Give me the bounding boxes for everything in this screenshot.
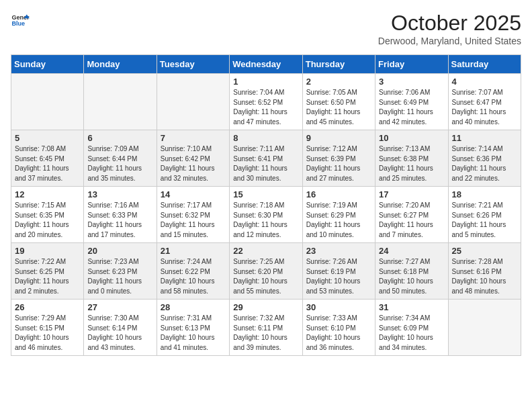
- day-number: 30: [306, 302, 371, 312]
- calendar-week-row: 12Sunrise: 7:15 AM Sunset: 6:35 PM Dayli…: [11, 187, 521, 243]
- calendar-day-cell: 11Sunrise: 7:14 AM Sunset: 6:36 PM Dayli…: [448, 130, 521, 187]
- month-title: October 2025: [378, 11, 521, 36]
- day-info: Sunrise: 7:08 AM Sunset: 6:45 PM Dayligh…: [15, 144, 80, 183]
- calendar-day-cell: [157, 74, 229, 130]
- calendar-day-cell: 28Sunrise: 7:31 AM Sunset: 6:13 PM Dayli…: [157, 300, 229, 356]
- calendar-day-cell: 27Sunrise: 7:30 AM Sunset: 6:14 PM Dayli…: [84, 300, 157, 356]
- day-info: Sunrise: 7:13 AM Sunset: 6:38 PM Dayligh…: [379, 144, 444, 183]
- calendar-day-cell: 1Sunrise: 7:04 AM Sunset: 6:52 PM Daylig…: [230, 74, 302, 130]
- day-info: Sunrise: 7:32 AM Sunset: 6:11 PM Dayligh…: [233, 314, 298, 353]
- calendar-day-cell: 24Sunrise: 7:27 AM Sunset: 6:18 PM Dayli…: [375, 243, 448, 300]
- calendar-day-cell: 9Sunrise: 7:12 AM Sunset: 6:39 PM Daylig…: [302, 130, 375, 187]
- day-number: 10: [379, 133, 444, 143]
- calendar-day-cell: 3Sunrise: 7:06 AM Sunset: 6:49 PM Daylig…: [375, 74, 448, 130]
- day-number: 15: [233, 189, 298, 199]
- day-number: 22: [233, 246, 298, 256]
- calendar-day-cell: 14Sunrise: 7:17 AM Sunset: 6:32 PM Dayli…: [157, 187, 229, 243]
- calendar-day-cell: 22Sunrise: 7:25 AM Sunset: 6:20 PM Dayli…: [230, 243, 302, 300]
- calendar-day-cell: 15Sunrise: 7:18 AM Sunset: 6:30 PM Dayli…: [230, 187, 302, 243]
- calendar-day-cell: 18Sunrise: 7:21 AM Sunset: 6:26 PM Dayli…: [448, 187, 521, 243]
- location-subtitle: Derwood, Maryland, United States: [378, 36, 521, 46]
- calendar-header-row: SundayMondayTuesdayWednesdayThursdayFrid…: [11, 55, 521, 74]
- day-number: 14: [161, 189, 226, 199]
- day-info: Sunrise: 7:14 AM Sunset: 6:36 PM Dayligh…: [452, 144, 517, 183]
- day-info: Sunrise: 7:23 AM Sunset: 6:23 PM Dayligh…: [87, 257, 152, 296]
- day-info: Sunrise: 7:20 AM Sunset: 6:27 PM Dayligh…: [379, 201, 444, 240]
- day-info: Sunrise: 7:21 AM Sunset: 6:26 PM Dayligh…: [452, 201, 517, 240]
- day-info: Sunrise: 7:26 AM Sunset: 6:19 PM Dayligh…: [306, 257, 371, 296]
- day-info: Sunrise: 7:07 AM Sunset: 6:47 PM Dayligh…: [452, 88, 517, 127]
- calendar-day-cell: 23Sunrise: 7:26 AM Sunset: 6:19 PM Dayli…: [302, 243, 375, 300]
- day-info: Sunrise: 7:10 AM Sunset: 6:42 PM Dayligh…: [161, 144, 226, 183]
- day-info: Sunrise: 7:16 AM Sunset: 6:33 PM Dayligh…: [87, 201, 152, 240]
- calendar-day-cell: 13Sunrise: 7:16 AM Sunset: 6:33 PM Dayli…: [84, 187, 157, 243]
- day-number: 1: [233, 77, 298, 87]
- day-info: Sunrise: 7:27 AM Sunset: 6:18 PM Dayligh…: [379, 257, 444, 296]
- calendar-day-cell: 6Sunrise: 7:09 AM Sunset: 6:44 PM Daylig…: [84, 130, 157, 187]
- day-number: 27: [87, 302, 152, 312]
- day-info: Sunrise: 7:33 AM Sunset: 6:10 PM Dayligh…: [306, 314, 371, 353]
- day-number: 16: [306, 189, 371, 199]
- day-number: 2: [306, 77, 371, 87]
- day-info: Sunrise: 7:24 AM Sunset: 6:22 PM Dayligh…: [161, 257, 226, 296]
- day-info: Sunrise: 7:15 AM Sunset: 6:35 PM Dayligh…: [15, 201, 80, 240]
- calendar-day-cell: 7Sunrise: 7:10 AM Sunset: 6:42 PM Daylig…: [157, 130, 229, 187]
- calendar-day-cell: 5Sunrise: 7:08 AM Sunset: 6:45 PM Daylig…: [11, 130, 84, 187]
- day-info: Sunrise: 7:19 AM Sunset: 6:29 PM Dayligh…: [306, 201, 371, 240]
- day-number: 23: [306, 246, 371, 256]
- day-number: 9: [306, 133, 371, 143]
- day-info: Sunrise: 7:22 AM Sunset: 6:25 PM Dayligh…: [15, 257, 80, 296]
- calendar-week-row: 26Sunrise: 7:29 AM Sunset: 6:15 PM Dayli…: [11, 300, 521, 356]
- calendar-day-cell: 20Sunrise: 7:23 AM Sunset: 6:23 PM Dayli…: [84, 243, 157, 300]
- day-number: 8: [233, 133, 298, 143]
- day-info: Sunrise: 7:12 AM Sunset: 6:39 PM Dayligh…: [306, 144, 371, 183]
- calendar-week-row: 1Sunrise: 7:04 AM Sunset: 6:52 PM Daylig…: [11, 74, 521, 130]
- calendar-week-row: 19Sunrise: 7:22 AM Sunset: 6:25 PM Dayli…: [11, 243, 521, 300]
- calendar-table: SundayMondayTuesdayWednesdayThursdayFrid…: [11, 54, 521, 356]
- page-header: General Blue October 2025 Derwood, Maryl…: [11, 11, 521, 46]
- calendar-day-cell: 26Sunrise: 7:29 AM Sunset: 6:15 PM Dayli…: [11, 300, 84, 356]
- day-number: 6: [87, 133, 152, 143]
- day-number: 21: [161, 246, 226, 256]
- day-number: 20: [87, 246, 152, 256]
- calendar-day-cell: 29Sunrise: 7:32 AM Sunset: 6:11 PM Dayli…: [230, 300, 302, 356]
- calendar-day-cell: 2Sunrise: 7:05 AM Sunset: 6:50 PM Daylig…: [302, 74, 375, 130]
- calendar-day-cell: 19Sunrise: 7:22 AM Sunset: 6:25 PM Dayli…: [11, 243, 84, 300]
- day-number: 31: [379, 302, 444, 312]
- column-header-tuesday: Tuesday: [157, 55, 229, 74]
- calendar-day-cell: 30Sunrise: 7:33 AM Sunset: 6:10 PM Dayli…: [302, 300, 375, 356]
- day-number: 3: [379, 77, 444, 87]
- day-info: Sunrise: 7:18 AM Sunset: 6:30 PM Dayligh…: [233, 201, 298, 240]
- column-header-thursday: Thursday: [302, 55, 375, 74]
- day-info: Sunrise: 7:28 AM Sunset: 6:16 PM Dayligh…: [452, 257, 517, 296]
- day-info: Sunrise: 7:29 AM Sunset: 6:15 PM Dayligh…: [15, 314, 80, 353]
- logo: General Blue: [11, 11, 30, 30]
- title-area: October 2025 Derwood, Maryland, United S…: [378, 11, 521, 46]
- calendar-day-cell: 31Sunrise: 7:34 AM Sunset: 6:09 PM Dayli…: [375, 300, 448, 356]
- calendar-week-row: 5Sunrise: 7:08 AM Sunset: 6:45 PM Daylig…: [11, 130, 521, 187]
- day-info: Sunrise: 7:17 AM Sunset: 6:32 PM Dayligh…: [161, 201, 226, 240]
- day-number: 26: [15, 302, 80, 312]
- day-number: 7: [161, 133, 226, 143]
- day-info: Sunrise: 7:25 AM Sunset: 6:20 PM Dayligh…: [233, 257, 298, 296]
- calendar-day-cell: 8Sunrise: 7:11 AM Sunset: 6:41 PM Daylig…: [230, 130, 302, 187]
- day-number: 25: [452, 246, 517, 256]
- day-number: 24: [379, 246, 444, 256]
- day-info: Sunrise: 7:04 AM Sunset: 6:52 PM Dayligh…: [233, 88, 298, 127]
- column-header-sunday: Sunday: [11, 55, 84, 74]
- day-number: 28: [161, 302, 226, 312]
- day-number: 5: [15, 133, 80, 143]
- calendar-day-cell: 25Sunrise: 7:28 AM Sunset: 6:16 PM Dayli…: [448, 243, 521, 300]
- day-number: 11: [452, 133, 517, 143]
- day-info: Sunrise: 7:05 AM Sunset: 6:50 PM Dayligh…: [306, 88, 371, 127]
- day-info: Sunrise: 7:30 AM Sunset: 6:14 PM Dayligh…: [87, 314, 152, 353]
- calendar-day-cell: 21Sunrise: 7:24 AM Sunset: 6:22 PM Dayli…: [157, 243, 229, 300]
- column-header-saturday: Saturday: [448, 55, 521, 74]
- column-header-monday: Monday: [84, 55, 157, 74]
- calendar-day-cell: 10Sunrise: 7:13 AM Sunset: 6:38 PM Dayli…: [375, 130, 448, 187]
- day-number: 29: [233, 302, 298, 312]
- day-number: 19: [15, 246, 80, 256]
- day-info: Sunrise: 7:31 AM Sunset: 6:13 PM Dayligh…: [161, 314, 226, 353]
- day-number: 18: [452, 189, 517, 199]
- calendar-day-cell: [11, 74, 84, 130]
